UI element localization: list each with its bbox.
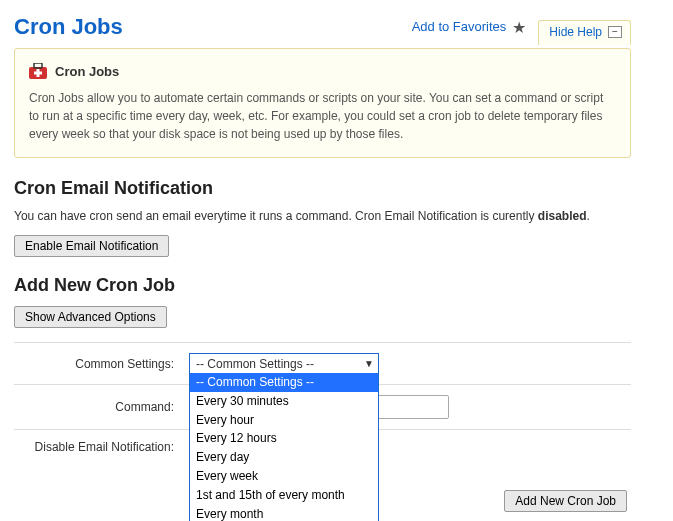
label-disable-email: Disable Email Notification: <box>14 440 189 456</box>
dropdown-option[interactable]: Every hour <box>190 411 378 430</box>
help-panel: Cron Jobs Cron Jobs allow you to automat… <box>14 48 631 158</box>
help-body: Cron Jobs allow you to automate certain … <box>29 89 616 143</box>
star-icon[interactable]: ★ <box>512 18 526 37</box>
hide-help-tab[interactable]: Hide Help − <box>538 20 631 45</box>
header-actions: Add to Favorites ★ Hide Help − <box>412 14 631 39</box>
email-description: You can have cron send an email everytim… <box>14 209 631 223</box>
dropdown-option[interactable]: Every 12 hours <box>190 429 378 448</box>
dropdown-option[interactable]: 1st and 15th of every month <box>190 486 378 505</box>
add-cron-job-button[interactable]: Add New Cron Job <box>504 490 627 512</box>
cron-form: Common Settings: -- Common Settings -- ▼… <box>14 342 631 484</box>
svg-rect-3 <box>34 72 42 75</box>
dropdown-option[interactable]: Every week <box>190 467 378 486</box>
add-job-heading: Add New Cron Job <box>14 275 631 296</box>
hide-help-link[interactable]: Hide Help <box>549 25 602 39</box>
label-common-settings: Common Settings: <box>14 357 189 371</box>
svg-rect-1 <box>34 63 42 68</box>
common-settings-dropdown[interactable]: -- Common Settings -- Every 30 minutes E… <box>189 373 379 521</box>
enable-email-button[interactable]: Enable Email Notification <box>14 235 169 257</box>
chevron-down-icon: ▼ <box>364 358 374 369</box>
dropdown-option[interactable]: Every day <box>190 448 378 467</box>
help-title: Cron Jobs <box>55 64 119 79</box>
dropdown-option[interactable]: -- Common Settings -- <box>190 373 378 392</box>
page-title: Cron Jobs <box>14 14 123 40</box>
email-heading: Cron Email Notification <box>14 178 631 199</box>
medkit-icon <box>29 63 47 79</box>
dropdown-option[interactable]: Every 30 minutes <box>190 392 378 411</box>
label-command: Command: <box>14 400 189 414</box>
common-settings-select[interactable]: -- Common Settings -- ▼ <box>189 353 379 374</box>
collapse-icon: − <box>608 26 622 38</box>
dropdown-option[interactable]: Every month <box>190 505 378 521</box>
show-advanced-button[interactable]: Show Advanced Options <box>14 306 167 328</box>
add-favorites-link[interactable]: Add to Favorites <box>412 19 507 34</box>
